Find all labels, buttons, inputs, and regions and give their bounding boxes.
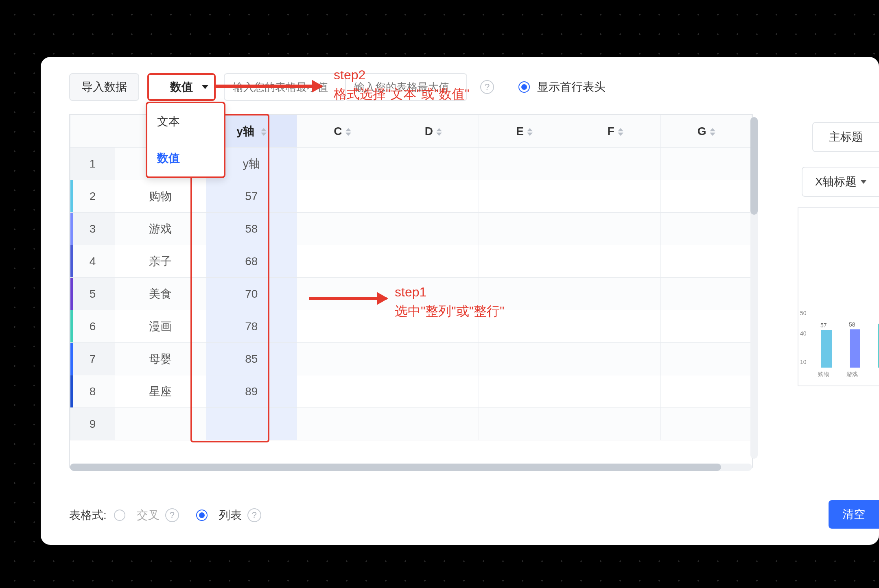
cell-G[interactable] bbox=[661, 375, 752, 408]
row-number-cell[interactable]: 4 bbox=[70, 245, 115, 278]
cell-F[interactable] bbox=[570, 408, 661, 440]
cell-A[interactable]: 游戏 bbox=[115, 213, 206, 245]
vertical-scrollbar[interactable] bbox=[750, 117, 758, 459]
cell-D[interactable] bbox=[388, 343, 479, 375]
cell-B[interactable]: 58 bbox=[206, 213, 297, 245]
format-select[interactable]: 数值 bbox=[147, 73, 216, 101]
cell-C[interactable] bbox=[297, 180, 388, 213]
cell-C[interactable] bbox=[297, 408, 388, 440]
cell-F[interactable] bbox=[570, 310, 661, 343]
row-number-cell[interactable]: 2 bbox=[70, 180, 115, 213]
radio-cross[interactable] bbox=[114, 510, 125, 521]
sort-icon[interactable] bbox=[710, 128, 715, 136]
cell-B[interactable] bbox=[206, 408, 297, 440]
cell-E[interactable] bbox=[479, 408, 570, 440]
col-header-F[interactable]: F bbox=[570, 115, 661, 148]
sort-icon[interactable] bbox=[618, 128, 623, 136]
scrollbar-thumb[interactable] bbox=[70, 464, 721, 471]
cell-C[interactable] bbox=[297, 278, 388, 310]
col-header-C[interactable]: C bbox=[297, 115, 388, 148]
sort-icon[interactable] bbox=[527, 128, 533, 136]
cell-E[interactable] bbox=[479, 148, 570, 180]
cell-G[interactable] bbox=[661, 148, 752, 180]
row-number-cell[interactable]: 8 bbox=[70, 375, 115, 408]
cell-E[interactable] bbox=[479, 213, 570, 245]
show-header-toggle[interactable]: 显示首行表头 bbox=[518, 79, 606, 95]
row-number-cell[interactable]: 1 bbox=[70, 148, 115, 180]
table-row[interactable]: 4亲子68 bbox=[70, 245, 752, 278]
col-header-E[interactable]: E bbox=[479, 115, 570, 148]
cell-C[interactable] bbox=[297, 343, 388, 375]
cell-D[interactable] bbox=[388, 245, 479, 278]
cell-G[interactable] bbox=[661, 245, 752, 278]
cell-A[interactable]: 母婴 bbox=[115, 343, 206, 375]
cell-B[interactable]: 89 bbox=[206, 375, 297, 408]
cell-E[interactable] bbox=[479, 343, 570, 375]
table-row[interactable]: 7母婴85 bbox=[70, 343, 752, 375]
cell-C[interactable] bbox=[297, 245, 388, 278]
col-header-D[interactable]: D bbox=[388, 115, 479, 148]
table-row[interactable]: 2购物57 bbox=[70, 180, 752, 213]
cell-E[interactable] bbox=[479, 375, 570, 408]
cell-G[interactable] bbox=[661, 213, 752, 245]
cell-F[interactable] bbox=[570, 375, 661, 408]
help-icon[interactable]: ? bbox=[165, 508, 179, 522]
cell-B[interactable]: 70 bbox=[206, 278, 297, 310]
corner-cell[interactable] bbox=[70, 115, 115, 148]
help-icon[interactable]: ? bbox=[247, 508, 261, 522]
row-number-cell[interactable]: 5 bbox=[70, 278, 115, 310]
xaxis-title-select[interactable]: X轴标题 bbox=[802, 167, 879, 197]
sort-icon[interactable] bbox=[345, 128, 351, 136]
cell-B[interactable]: 68 bbox=[206, 245, 297, 278]
scrollbar-thumb[interactable] bbox=[750, 117, 758, 215]
cell-A[interactable] bbox=[115, 408, 206, 440]
cell-A[interactable]: 美食 bbox=[115, 278, 206, 310]
cell-F[interactable] bbox=[570, 180, 661, 213]
cell-B[interactable]: 57 bbox=[206, 180, 297, 213]
sort-icon[interactable] bbox=[261, 128, 267, 136]
cell-G[interactable] bbox=[661, 180, 752, 213]
row-number-cell[interactable]: 7 bbox=[70, 343, 115, 375]
format-option-text[interactable]: 文本 bbox=[147, 103, 224, 140]
chart-title-button[interactable]: 主标题 bbox=[812, 122, 879, 152]
cell-D[interactable] bbox=[388, 213, 479, 245]
table-row[interactable]: 9 bbox=[70, 408, 752, 440]
format-option-number[interactable]: 数值 bbox=[147, 140, 224, 176]
cell-D[interactable] bbox=[388, 408, 479, 440]
cell-B[interactable]: 78 bbox=[206, 310, 297, 343]
cell-A[interactable]: 漫画 bbox=[115, 310, 206, 343]
cell-G[interactable] bbox=[661, 408, 752, 440]
cell-G[interactable] bbox=[661, 278, 752, 310]
cell-A[interactable]: 购物 bbox=[115, 180, 206, 213]
clear-button[interactable]: 清空 bbox=[829, 500, 879, 529]
table-row[interactable]: 3游戏58 bbox=[70, 213, 752, 245]
cell-F[interactable] bbox=[570, 148, 661, 180]
cell-F[interactable] bbox=[570, 245, 661, 278]
cell-E[interactable] bbox=[479, 180, 570, 213]
cell-C[interactable] bbox=[297, 148, 388, 180]
cell-D[interactable] bbox=[388, 375, 479, 408]
import-data-button[interactable]: 导入数据 bbox=[69, 73, 139, 101]
cell-G[interactable] bbox=[661, 310, 752, 343]
cell-F[interactable] bbox=[570, 343, 661, 375]
cell-C[interactable] bbox=[297, 310, 388, 343]
sort-icon[interactable] bbox=[436, 128, 442, 136]
cell-C[interactable] bbox=[297, 213, 388, 245]
cell-D[interactable] bbox=[388, 148, 479, 180]
cell-F[interactable] bbox=[570, 278, 661, 310]
row-number-cell[interactable]: 9 bbox=[70, 408, 115, 440]
cell-A[interactable]: 亲子 bbox=[115, 245, 206, 278]
cell-B[interactable]: 85 bbox=[206, 343, 297, 375]
radio-list[interactable] bbox=[196, 510, 208, 521]
table-row[interactable]: 8星座89 bbox=[70, 375, 752, 408]
cell-G[interactable] bbox=[661, 343, 752, 375]
row-number-cell[interactable]: 3 bbox=[70, 213, 115, 245]
col-header-G[interactable]: G bbox=[661, 115, 752, 148]
cell-F[interactable] bbox=[570, 213, 661, 245]
cell-A[interactable]: 星座 bbox=[115, 375, 206, 408]
cell-E[interactable] bbox=[479, 245, 570, 278]
cell-D[interactable] bbox=[388, 180, 479, 213]
row-number-cell[interactable]: 6 bbox=[70, 310, 115, 343]
help-icon[interactable]: ? bbox=[480, 80, 494, 94]
cell-C[interactable] bbox=[297, 375, 388, 408]
